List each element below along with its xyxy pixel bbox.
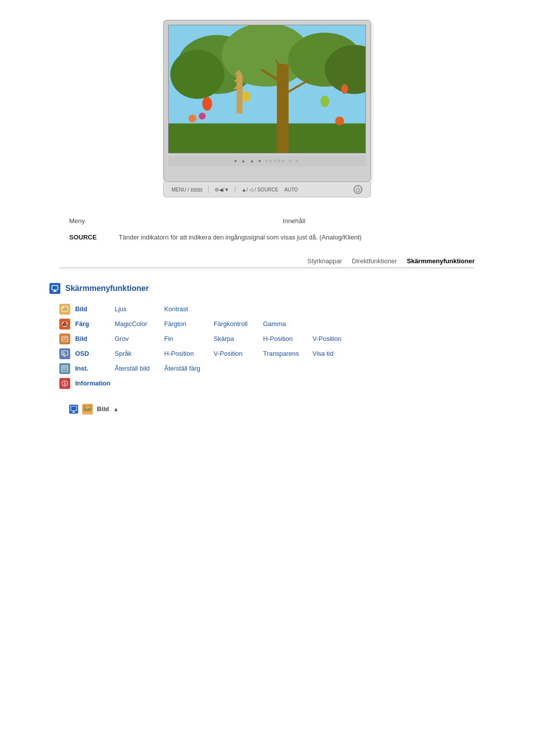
menu-main-osd: OSD bbox=[75, 350, 115, 357]
icon-osd bbox=[59, 348, 70, 359]
menu-row-farg: Färg MagicColor Färgton Färgkontroll Gam… bbox=[59, 319, 485, 330]
tab-skarmmenyfunktioner[interactable]: Skärmmenyfunktioner bbox=[407, 257, 475, 266]
svg-point-55 bbox=[85, 406, 87, 408]
svg-point-29 bbox=[64, 322, 66, 324]
source-description: Tänder indikatorn för att indikera den i… bbox=[119, 233, 361, 242]
menu-row-inst: Inst. Återställ bild Återställ färg bbox=[59, 363, 485, 374]
menu-header-row: Meny Innehåll bbox=[40, 217, 494, 225]
menu-main-bild2: Bild bbox=[75, 335, 115, 342]
svg-rect-45 bbox=[64, 369, 65, 370]
svg-rect-48 bbox=[64, 382, 65, 385]
monitor-indicator: ● ▲ ▲ ● ○○○○○ ○ ○ bbox=[234, 158, 300, 163]
menu-sub-sprak[interactable]: Språk bbox=[115, 350, 154, 357]
svg-rect-36 bbox=[63, 352, 64, 352]
menu-sub-vposition2[interactable]: V-Position bbox=[214, 350, 253, 357]
monitor-wrapper: ● ▲ ▲ ● ○○○○○ ○ ○ MENU / ⊟⊟⊟ ⚙◀/▼ ▲/ ◁ /… bbox=[163, 20, 371, 197]
ctrl-auto: AUTO bbox=[284, 187, 298, 192]
icon-bild1 bbox=[59, 304, 70, 315]
section-title-row: Skärmmenyfunktioner bbox=[49, 283, 485, 294]
menu-sub-fargton[interactable]: Färgton bbox=[164, 320, 204, 328]
menu-sub-visatid[interactable]: Visa tid bbox=[312, 350, 352, 357]
menu-row-information: Information bbox=[59, 378, 485, 389]
menu-sub-aterstallbild[interactable]: Återställ bild bbox=[115, 365, 154, 372]
header-meny: Meny bbox=[69, 217, 85, 225]
svg-marker-54 bbox=[84, 408, 91, 410]
svg-rect-52 bbox=[72, 412, 76, 413]
svg-rect-38 bbox=[63, 354, 65, 355]
svg-point-31 bbox=[65, 324, 67, 326]
svg-rect-41 bbox=[63, 367, 64, 368]
svg-rect-6 bbox=[169, 123, 365, 153]
svg-point-18 bbox=[341, 84, 348, 94]
header-innehall: Innehåll bbox=[283, 217, 306, 225]
svg-rect-46 bbox=[66, 369, 67, 370]
svg-point-49 bbox=[64, 381, 65, 382]
svg-point-21 bbox=[335, 117, 344, 126]
menu-sub-ljus[interactable]: Ljus bbox=[115, 305, 154, 313]
svg-point-30 bbox=[63, 324, 65, 326]
svg-point-27 bbox=[63, 307, 64, 308]
ctrl-separator-1 bbox=[208, 186, 209, 193]
ctrl-menu: MENU / ⊟⊟⊟ bbox=[172, 187, 202, 192]
tab-direktfunktioner[interactable]: Direktfunktioner bbox=[352, 257, 397, 266]
svg-rect-24 bbox=[53, 291, 57, 292]
section-icon bbox=[49, 283, 60, 294]
menu-sub-fargkontroll[interactable]: Färgkontroll bbox=[214, 320, 253, 328]
tab-styrknappar[interactable]: Styrknappar bbox=[308, 257, 342, 266]
bottom-nav-label: Bild bbox=[97, 405, 109, 413]
menu-items-table: Bild Ljus Kontrast Färg MagicColor Färgt… bbox=[59, 304, 485, 389]
menu-sub-kontrast[interactable]: Kontrast bbox=[164, 305, 204, 313]
menu-main-information: Information bbox=[75, 379, 115, 387]
menu-sub-hposition2[interactable]: H-Position bbox=[164, 350, 204, 357]
power-button[interactable]: ⏻ bbox=[354, 185, 362, 194]
bottom-nav-arrow: ▲ bbox=[113, 406, 119, 413]
svg-point-17 bbox=[320, 95, 329, 107]
bottom-nav-icon-img bbox=[82, 404, 93, 415]
menu-row-bild1: Bild Ljus Kontrast bbox=[59, 304, 485, 315]
monitor-screen bbox=[168, 25, 366, 153]
icon-inst bbox=[59, 363, 70, 374]
svg-rect-22 bbox=[52, 285, 58, 290]
svg-rect-43 bbox=[66, 367, 67, 368]
page-container: ● ▲ ▲ ● ○○○○○ ○ ○ MENU / ⊟⊟⊟ ⚙◀/▼ ▲/ ◁ /… bbox=[0, 0, 534, 449]
menu-row-osd: OSD Språk H-Position V-Position Transpar… bbox=[59, 348, 485, 359]
monitor-controls-bar: MENU / ⊟⊟⊟ ⚙◀/▼ ▲/ ◁ / SOURCE AUTO ⏻ bbox=[163, 182, 371, 197]
menu-sub-grov[interactable]: Grov bbox=[115, 335, 154, 342]
svg-point-20 bbox=[199, 113, 206, 120]
menu-sub-magiccolor[interactable]: MagicColor bbox=[115, 320, 154, 328]
screen-menu-section: Skärmmenyfunktioner Bild Ljus Kontrast bbox=[49, 283, 485, 415]
menu-sub-skArpa[interactable]: Skärpa bbox=[214, 335, 253, 342]
ctrl-separator-2 bbox=[235, 186, 235, 193]
svg-rect-33 bbox=[63, 337, 67, 338]
menu-sub-transparens[interactable]: Transparens bbox=[263, 350, 303, 357]
menu-main-inst: Inst. bbox=[75, 365, 115, 372]
svg-rect-42 bbox=[64, 367, 65, 368]
monitor-bottom-bar: ● ▲ ▲ ● ○○○○○ ○ ○ bbox=[168, 155, 366, 166]
bottom-nav-icon-blue bbox=[69, 405, 78, 414]
svg-rect-7 bbox=[281, 64, 289, 153]
menu-sub-hposition1[interactable]: H-Position bbox=[263, 335, 303, 342]
menu-main-bild1: Bild bbox=[75, 305, 115, 313]
svg-point-15 bbox=[202, 97, 212, 111]
menu-sub-vposition1[interactable]: V-Position bbox=[312, 335, 352, 342]
nav-tabs-section: Styrknappar Direktfunktioner Skärmmenyfu… bbox=[59, 257, 475, 268]
bottom-nav: Bild ▲ bbox=[69, 404, 465, 415]
icon-bild2 bbox=[59, 333, 70, 344]
source-row: SOURCE Tänder indikatorn för att indiker… bbox=[40, 233, 494, 242]
svg-rect-50 bbox=[71, 406, 77, 411]
menu-content-section: Meny Innehåll SOURCE Tänder indikatorn f… bbox=[30, 217, 504, 242]
icon-info bbox=[59, 378, 70, 389]
svg-rect-37 bbox=[63, 353, 65, 353]
svg-point-2 bbox=[171, 50, 224, 99]
source-label: SOURCE bbox=[69, 233, 99, 241]
menu-sub-gamma[interactable]: Gamma bbox=[263, 320, 303, 328]
svg-rect-23 bbox=[54, 290, 56, 291]
svg-rect-44 bbox=[63, 369, 64, 370]
svg-rect-51 bbox=[73, 411, 75, 412]
ctrl-brightness: ⚙◀/▼ bbox=[215, 187, 229, 192]
svg-rect-39 bbox=[64, 356, 66, 357]
menu-main-farg: Färg bbox=[75, 320, 115, 328]
monitor-body: ● ▲ ▲ ● ○○○○○ ○ ○ bbox=[163, 20, 371, 182]
menu-sub-aterstalfarg[interactable]: Återställ färg bbox=[164, 365, 204, 372]
menu-sub-fin[interactable]: Fin bbox=[164, 335, 204, 342]
